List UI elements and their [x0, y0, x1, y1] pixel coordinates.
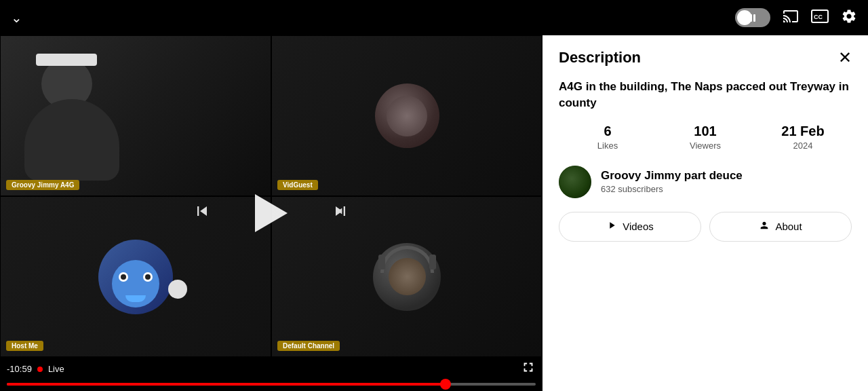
time-left: -10:59 Live	[7, 364, 64, 374]
description-panel: Description ✕ A4G in the building, The N…	[542, 35, 868, 391]
progress-bar[interactable]	[7, 383, 536, 386]
floating-dot	[168, 280, 187, 299]
settings-icon[interactable]	[841, 8, 857, 28]
live-dot-icon	[37, 367, 43, 372]
stats-row: 6 Likes 101 Viewers 21 Feb 2024	[559, 124, 852, 151]
video-cell-2: VidGuest	[271, 35, 542, 196]
channel-name: Groovy Jimmy part deuce	[601, 169, 743, 183]
svg-text:CC: CC	[814, 14, 823, 20]
badge-cell-3: Host Me	[6, 341, 43, 351]
close-button[interactable]: ✕	[838, 50, 852, 66]
videos-label: Videos	[623, 221, 654, 232]
channel-avatar-image	[559, 166, 591, 198]
expand-button[interactable]	[521, 360, 536, 378]
play-button[interactable]	[252, 194, 290, 232]
play-triangle-icon	[255, 194, 288, 232]
channel-info: Groovy Jimmy part deuce 632 subscribers	[601, 169, 743, 194]
description-header: Description ✕	[559, 49, 852, 67]
person-silhouette	[1, 36, 271, 196]
skip-back-button[interactable]	[193, 202, 212, 225]
stat-likes: 6 Likes	[559, 124, 656, 151]
viewers-label: Viewers	[656, 141, 754, 151]
action-buttons: Videos About	[559, 212, 852, 242]
about-button[interactable]: About	[709, 212, 852, 242]
description-body: A4G in the building, The Naps pacced out…	[559, 79, 852, 111]
skip-forward-button[interactable]	[331, 202, 350, 225]
top-bar: ⌄ CC	[0, 0, 868, 35]
likes-value: 6	[559, 124, 656, 139]
bottom-bar: -10:59 Live	[0, 357, 542, 391]
pause-icon	[750, 14, 755, 22]
stat-viewers: 101 Viewers	[656, 124, 754, 151]
date-value: 21 Feb	[754, 124, 852, 139]
date-label: 2024	[754, 141, 852, 151]
description-title: Description	[559, 49, 641, 67]
about-label: About	[775, 221, 802, 232]
channel-row: Groovy Jimmy part deuce 632 subscribers	[559, 166, 852, 198]
video-cell-1: Groovy Jimmy A4G	[0, 35, 271, 196]
main-area: Groovy Jimmy A4G VidGuest	[0, 35, 868, 391]
play-icon	[606, 220, 617, 234]
badge-cell-2: VidGuest	[277, 180, 318, 190]
progress-thumb[interactable]	[440, 379, 451, 390]
playback-controls	[193, 194, 350, 232]
channel-subscribers: 632 subscribers	[601, 184, 743, 194]
stat-date: 21 Feb 2024	[754, 124, 852, 151]
likes-label: Likes	[559, 141, 656, 151]
live-label: Live	[48, 364, 64, 374]
viewers-value: 101	[656, 124, 754, 139]
time-row: -10:59 Live	[7, 360, 536, 378]
progress-fill	[7, 383, 446, 386]
cast-icon[interactable]	[783, 8, 799, 28]
videos-button[interactable]: Videos	[559, 212, 701, 242]
cc-icon[interactable]: CC	[811, 10, 829, 26]
badge-cell-1: Groovy Jimmy A4G	[6, 180, 79, 190]
pause-toggle[interactable]	[735, 8, 770, 27]
person-icon	[759, 220, 770, 234]
badge-cell-4: Default Channel	[277, 341, 340, 351]
timestamp: -10:59	[7, 364, 32, 374]
channel-avatar	[559, 166, 591, 198]
chevron-down-icon[interactable]: ⌄	[11, 10, 22, 26]
video-section: Groovy Jimmy A4G VidGuest	[0, 35, 542, 391]
